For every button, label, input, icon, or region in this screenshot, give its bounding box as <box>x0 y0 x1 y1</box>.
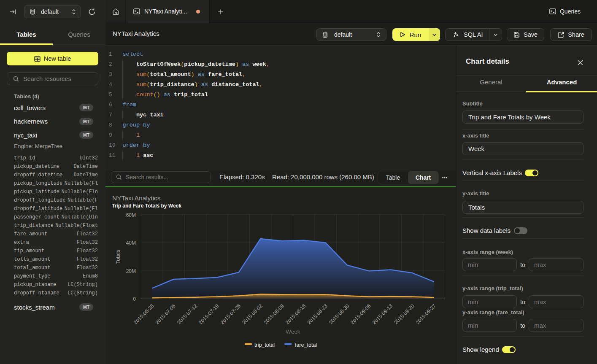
svg-text:2015-08-16: 2015-08-16 <box>284 302 307 325</box>
svg-text:2015-07-19: 2015-07-19 <box>197 302 220 325</box>
svg-text:2015-08-30: 2015-08-30 <box>328 302 351 325</box>
svg-text:2015-06-28: 2015-06-28 <box>132 302 155 325</box>
svg-text:60M: 60M <box>126 212 136 218</box>
svg-text:2015-09-13: 2015-09-13 <box>371 302 394 325</box>
svg-text:Totals: Totals <box>115 249 121 264</box>
svg-text:20M: 20M <box>126 268 136 274</box>
svg-text:40M: 40M <box>126 240 136 246</box>
svg-text:2015-08-09: 2015-08-09 <box>263 302 286 325</box>
svg-text:2015-08-23: 2015-08-23 <box>306 302 329 325</box>
svg-text:Trip and Fare Totals by Week: Trip and Fare Totals by Week <box>112 203 181 209</box>
svg-text:fare_total: fare_total <box>295 342 317 348</box>
svg-text:2015-08-02: 2015-08-02 <box>241 302 264 325</box>
svg-text:trip_total: trip_total <box>254 342 275 348</box>
svg-text:2015-07-12: 2015-07-12 <box>176 302 199 325</box>
svg-text:Week: Week <box>286 329 300 335</box>
svg-text:NYTaxi Analytics: NYTaxi Analytics <box>112 194 161 202</box>
svg-text:2015-09-20: 2015-09-20 <box>393 302 416 325</box>
svg-text:0: 0 <box>133 296 136 302</box>
svg-text:2015-07-26: 2015-07-26 <box>219 302 242 325</box>
svg-text:2015-09-06: 2015-09-06 <box>349 302 372 325</box>
svg-text:2015-09-27: 2015-09-27 <box>415 302 438 325</box>
svg-text:2015-07-05: 2015-07-05 <box>154 302 177 325</box>
